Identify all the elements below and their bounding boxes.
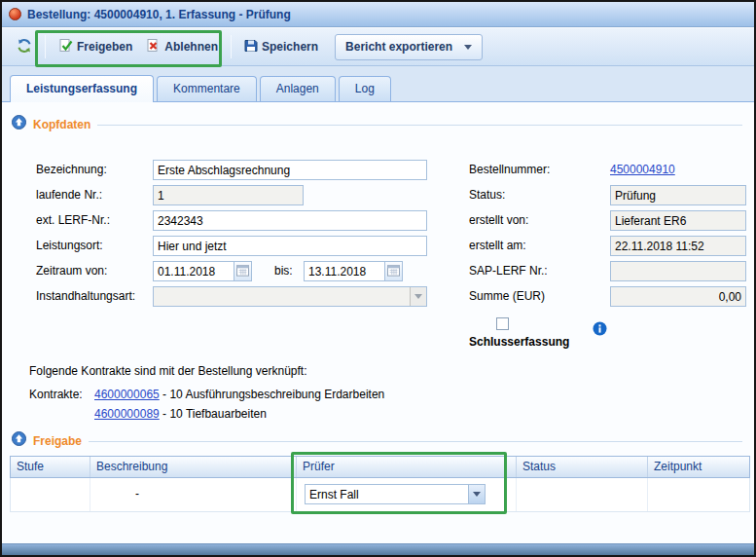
toolbar-separator: [45, 35, 46, 58]
bestellnummer-label: Bestellnummer:: [469, 163, 550, 176]
instandhaltungsart-label: Instandhaltungsart:: [36, 289, 135, 303]
cell-zeitpunkt: [648, 478, 749, 511]
tab-log[interactable]: Log: [339, 76, 391, 101]
info-icon[interactable]: [593, 321, 607, 340]
zeitraum-von-input[interactable]: [153, 261, 234, 281]
kontrakt-line: 4600000065 - 10 Ausführungsbeschreibung …: [94, 388, 384, 401]
tab-label: Leistungserfassung: [26, 82, 137, 95]
calendar-icon: [387, 263, 400, 280]
kontrakte-intro: Folgende Kontrakte sind mit der Bestellu…: [29, 364, 307, 378]
schlusserfassung-label: Schlusserfassung: [469, 335, 569, 349]
ext-lerf-nr-label: ext. LERF-Nr.:: [36, 213, 110, 227]
window-footer: [2, 543, 754, 555]
sap-lerf-nr-label: SAP-LERF Nr.:: [469, 264, 548, 278]
section-title-freigabe: Freigabe: [33, 434, 82, 448]
status-input[interactable]: [610, 185, 746, 205]
titlebar: Bestellung: 4500004910, 1. Erfassung - P…: [2, 2, 754, 27]
bericht-exportieren-button[interactable]: Bericht exportieren: [335, 34, 483, 60]
table-row: - Ernst Fall: [10, 478, 750, 512]
calendar-icon: [236, 263, 249, 280]
tabstrip: Leistungserfassung Kommentare Anlagen Lo…: [2, 66, 754, 102]
sap-lerf-nr-input[interactable]: [610, 261, 746, 281]
column-header-beschreibung[interactable]: Beschreibung: [90, 457, 297, 477]
freigeben-label: Freigeben: [77, 40, 132, 54]
ablehnen-button[interactable]: Ablehnen: [139, 34, 225, 60]
section-divider: [97, 125, 742, 126]
kontrakte-label: Kontrakte:: [29, 388, 83, 401]
ablehnen-label: Ablehnen: [164, 40, 218, 54]
pruefer-value: Ernst Fall: [306, 488, 468, 501]
summe-label: Summe (EUR): [469, 289, 545, 303]
chevron-down-icon: [464, 45, 472, 50]
schlusserfassung-checkbox[interactable]: [496, 317, 509, 330]
freigabe-section-header: Freigabe: [12, 431, 742, 450]
bezeichnung-label: Bezeichnung:: [36, 163, 107, 176]
leistungsort-input[interactable]: [153, 236, 427, 256]
section-divider: [89, 441, 742, 442]
column-header-zeitpunkt[interactable]: Zeitpunkt: [648, 457, 749, 477]
bis-calendar-button[interactable]: [385, 261, 403, 281]
status-label: Status:: [469, 188, 505, 202]
cell-pruefer: Ernst Fall: [297, 478, 517, 511]
erstellt-von-label: erstellt von:: [469, 213, 528, 227]
erstellt-am-label: erstellt am:: [469, 239, 526, 252]
bestellnummer-link[interactable]: 4500004910: [610, 163, 675, 176]
laufende-nr-input[interactable]: [153, 185, 304, 205]
erstellt-von-input[interactable]: [610, 210, 746, 231]
collapse-up-icon[interactable]: [12, 115, 26, 133]
leistungsort-label: Leistungsort:: [36, 239, 103, 252]
tab-leistungserfassung[interactable]: Leistungserfassung: [10, 75, 154, 102]
speichern-label: Speichern: [262, 40, 318, 54]
zeitraum-von-calendar-button[interactable]: [234, 261, 252, 281]
column-header-status[interactable]: Status: [517, 457, 648, 477]
kontrakt-description: - 10 Tiefbauarbeiten: [160, 407, 267, 421]
tab-label: Log: [355, 82, 375, 95]
section-title-kopfdaten: Kopfdaten: [33, 118, 90, 131]
kontrakt-line: 4600000089 - 10 Tiefbauarbeiten: [94, 407, 267, 421]
reject-x-icon: [146, 38, 161, 56]
application-window: Bestellung: 4500004910, 1. Erfassung - P…: [0, 0, 756, 557]
bis-label: bis:: [274, 264, 293, 278]
zeitraum-von-label: Zeitraum von:: [36, 264, 107, 278]
approve-check-icon: [58, 38, 73, 56]
instandhaltungsart-select[interactable]: [153, 286, 427, 307]
toolbar-separator: [231, 35, 232, 58]
refresh-icon: [17, 38, 32, 56]
erstellt-am-input[interactable]: [610, 236, 746, 256]
laufende-nr-label: laufende Nr.:: [36, 188, 102, 202]
refresh-button[interactable]: [10, 34, 39, 60]
tab-label: Kommentare: [173, 82, 240, 95]
cell-stufe: [11, 478, 90, 511]
speichern-button[interactable]: Speichern: [237, 34, 325, 60]
freigabe-grid: Stufe Beschreibung Prüfer Status Zeitpun…: [10, 456, 750, 512]
column-header-stufe[interactable]: Stufe: [11, 457, 90, 477]
pruefer-select[interactable]: Ernst Fall: [305, 484, 486, 504]
window-title: Bestellung: 4500004910, 1. Erfassung - P…: [27, 8, 291, 21]
grid-header-row: Stufe Beschreibung Prüfer Status Zeitpun…: [10, 456, 750, 478]
app-icon: [9, 8, 21, 20]
bezeichnung-input[interactable]: [153, 160, 427, 180]
summe-input[interactable]: [610, 286, 746, 307]
chevron-down-icon[interactable]: [468, 485, 485, 503]
collapse-up-icon[interactable]: [12, 431, 26, 450]
kopfdaten-section-header: Kopfdaten: [12, 115, 742, 133]
bericht-exportieren-label: Bericht exportieren: [345, 40, 452, 54]
cell-beschreibung: -: [90, 478, 297, 511]
kontrakt-link[interactable]: 4600000065: [94, 388, 160, 401]
save-disk-icon: [244, 39, 258, 56]
kontrakt-description: - 10 Ausführungsbeschreibung Erdarbeiten: [160, 388, 385, 401]
column-header-pruefer[interactable]: Prüfer: [297, 457, 517, 477]
ext-lerf-nr-input[interactable]: [153, 210, 427, 231]
chevron-down-icon[interactable]: [410, 287, 426, 306]
tab-anlagen[interactable]: Anlagen: [260, 76, 336, 101]
tab-label: Anlagen: [276, 82, 319, 95]
cell-status: [517, 478, 648, 511]
toolbar: Freigeben Ablehnen Speichern: [2, 28, 754, 66]
kontrakt-link[interactable]: 4600000089: [94, 407, 160, 421]
bis-input[interactable]: [304, 261, 385, 281]
tab-kommentare[interactable]: Kommentare: [157, 76, 257, 101]
freigeben-button[interactable]: Freigeben: [52, 34, 139, 60]
